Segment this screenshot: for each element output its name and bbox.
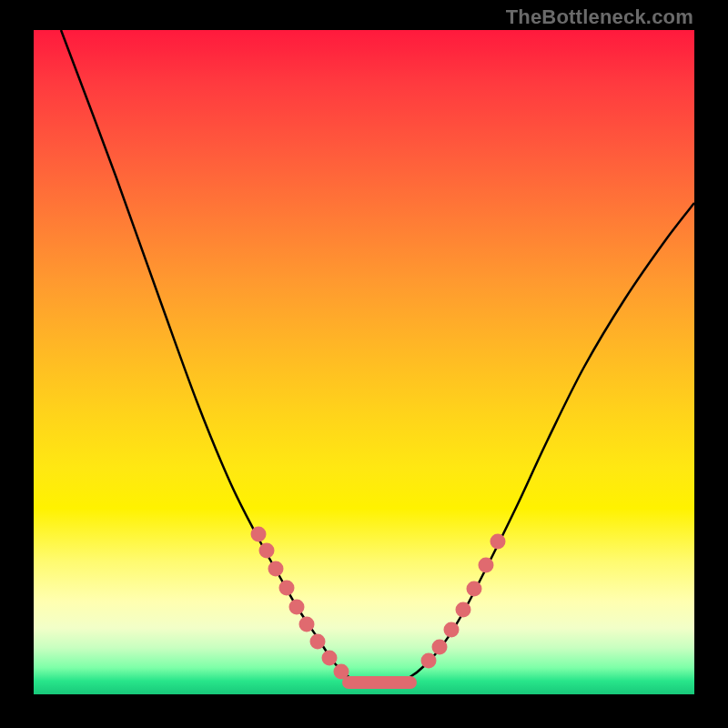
marker-dot xyxy=(432,640,448,655)
chart-svg xyxy=(34,30,694,694)
marker-dot xyxy=(299,617,315,632)
marker-dot xyxy=(279,581,295,596)
marker-dot xyxy=(444,622,460,638)
marker-dot xyxy=(310,634,326,650)
marker-dot xyxy=(251,527,267,542)
marker-dot xyxy=(268,561,284,577)
marker-dot xyxy=(322,651,338,666)
marker-dot xyxy=(467,581,482,597)
watermark-text: TheBottleneck.com xyxy=(506,5,693,29)
marker-dot xyxy=(479,558,494,573)
marker-dot xyxy=(421,653,437,669)
v-curve xyxy=(61,30,694,685)
marker-dot xyxy=(259,543,275,559)
marker-dot xyxy=(490,534,506,550)
chart-frame: TheBottleneck.com xyxy=(0,0,728,728)
marker-dot xyxy=(289,600,305,615)
markers-left xyxy=(251,527,349,680)
marker-dot xyxy=(456,602,471,618)
